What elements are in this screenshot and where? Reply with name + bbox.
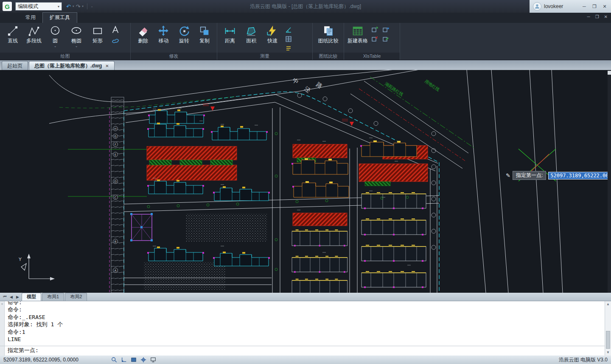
next-layout-icon[interactable]: ▶ — [14, 295, 21, 299]
window-controls: ─ ❐ ✕ — [580, 4, 609, 9]
ribbon-spacer — [400, 23, 611, 60]
rectangle-icon — [92, 25, 104, 37]
rectangle-button[interactable]: 矩形 — [87, 24, 108, 45]
copy-icon — [199, 25, 210, 37]
canvas-scrollbar-thumb[interactable] — [608, 71, 611, 75]
cyan-buildings — [147, 109, 270, 266]
site-plan-drawing: H G F E D C B A — [0, 70, 611, 293]
ribbon-group-xlstable: 新建表格 — [344, 23, 400, 60]
snap-toggle-icon[interactable] — [140, 357, 146, 363]
prev-layout-icon[interactable]: ◀ — [8, 295, 14, 299]
xlstable-tools-col2 — [380, 24, 391, 43]
mode-select[interactable]: 编辑模式 ▾ — [15, 2, 62, 11]
revision-cloud-icon[interactable] — [111, 36, 120, 45]
tab-drawing[interactable]: 总图（落上新地库轮廓）.dwg ✕ — [29, 61, 115, 70]
undo-dropdown-icon[interactable]: ▾ — [73, 5, 74, 8]
scroll-up-icon[interactable]: ▲ — [605, 301, 611, 307]
drawing-compare-button[interactable]: 图纸比较 — [315, 24, 342, 45]
dynamic-input-field[interactable]: 52097.3189,65222.0095 — [548, 172, 611, 179]
command-line-clipped: 命令: — [8, 302, 22, 306]
ellipse-dropdown-icon[interactable]: ⌄ — [75, 45, 78, 48]
status-toggles — [111, 357, 156, 363]
tab-extended-tools[interactable]: 扩展工具 — [42, 12, 77, 23]
command-history: 命令: 命令: 命令:_.ERASE 选择对象: 找到 1 个 命令:1 LIN… — [8, 302, 603, 343]
circle-button[interactable]: 圆 ⌄ — [45, 24, 66, 48]
command-panel-gutter: ✕ — [0, 301, 5, 356]
quick-measure-label: 快速 — [267, 37, 277, 45]
redo-dropdown-icon[interactable]: ▾ — [82, 5, 84, 8]
tab-layout1[interactable]: 布局1 — [42, 293, 64, 301]
rotate-button[interactable]: 旋转 — [174, 24, 194, 45]
circle-label: 圆 — [53, 37, 58, 45]
selected-building[interactable] — [130, 213, 153, 241]
move-label: 移动 — [158, 37, 168, 45]
command-line: LINE — [8, 336, 603, 343]
app-window: G 编辑模式 ▾ ↶ ▾ ↷ ▾ ⌄ 浩辰云图 电脑版 - [总图（落上新地库轮… — [0, 0, 611, 364]
group-label-measure: 测量 — [217, 53, 312, 60]
tab-layout2[interactable]: 布局2 — [65, 293, 87, 301]
tab-start-page[interactable]: 起始页 — [2, 61, 28, 70]
first-layout-icon[interactable]: ⏮ — [2, 294, 8, 299]
distance-label: 距离 — [225, 37, 235, 45]
polyline-label: 多段线 — [26, 37, 42, 45]
tab-model[interactable]: 模型 — [22, 293, 41, 301]
ellipse-button[interactable]: 椭圆 ⌄ — [66, 24, 87, 48]
measure-extra-tools — [283, 24, 294, 52]
model-space-toggle-icon[interactable] — [131, 357, 137, 363]
erase-label: 删除 — [138, 37, 148, 45]
svg-text:湖苑路红线: 湖苑路红线 — [384, 81, 404, 97]
customize-toolbar-icon[interactable]: ⌄ — [91, 5, 93, 8]
road-name-labels: 中 泾 路 — [291, 76, 324, 94]
command-scrollbar[interactable]: ▲ ▼ — [605, 301, 611, 356]
polyline-button[interactable]: 多段线 — [23, 24, 45, 45]
scrollbar-thumb[interactable] — [606, 331, 610, 349]
redo-icon[interactable]: ↷ — [76, 4, 80, 9]
undo-icon[interactable]: ↶ — [66, 4, 71, 9]
copy-button[interactable]: 复制 — [194, 24, 215, 45]
avatar[interactable] — [533, 2, 541, 11]
canvas-scrollbar[interactable] — [608, 70, 611, 293]
distance-icon — [224, 25, 236, 37]
svg-text:中: 中 — [291, 76, 300, 85]
minimize-icon[interactable]: ─ — [580, 4, 589, 9]
area-button[interactable]: 面积 — [241, 24, 262, 45]
table-export-icon[interactable] — [370, 26, 379, 34]
text-tool-icon[interactable] — [111, 25, 120, 34]
user-name[interactable]: lovokeer — [544, 3, 580, 9]
circle-dropdown-icon[interactable]: ⌄ — [54, 45, 57, 48]
close-command-icon[interactable]: ✕ — [0, 302, 4, 306]
doc-minimize-icon[interactable]: ─ — [587, 14, 590, 19]
angle-measure-icon[interactable] — [284, 26, 293, 34]
tab-close-icon[interactable]: ✕ — [105, 64, 109, 68]
svg-text:D: D — [114, 180, 116, 183]
command-line: 命令: — [8, 306, 603, 314]
maximize-icon[interactable]: ❐ — [590, 4, 599, 9]
svg-text:E: E — [115, 153, 116, 157]
doc-close-icon[interactable]: ✕ — [604, 14, 608, 19]
close-icon[interactable]: ✕ — [600, 4, 609, 9]
mode-select-value: 编辑模式 — [18, 3, 38, 10]
command-line: 命令:_.ERASE — [8, 314, 603, 321]
tab-home[interactable]: 常用 — [19, 13, 42, 23]
table-edit-icon[interactable] — [381, 35, 390, 43]
doc-restore-icon[interactable]: ❐ — [595, 14, 599, 19]
table-import-icon[interactable] — [370, 35, 379, 43]
quick-measure-button[interactable]: 快速 — [262, 24, 283, 45]
table-update-icon[interactable] — [381, 26, 390, 34]
coordinate-table-icon[interactable] — [284, 35, 293, 43]
new-table-button[interactable]: 新建表格 — [346, 24, 369, 45]
zoom-toggle-icon[interactable] — [111, 357, 117, 363]
drawing-canvas[interactable]: H G F E D C B A — [0, 70, 611, 293]
move-button[interactable]: 移动 — [153, 24, 174, 45]
measure-list-icon[interactable] — [284, 45, 293, 52]
erase-button[interactable]: 删除 — [133, 24, 153, 45]
command-input[interactable]: 指定第一点: — [8, 347, 39, 354]
svg-text:B: B — [115, 240, 117, 244]
scroll-down-icon[interactable]: ▼ — [605, 350, 611, 356]
ortho-toggle-icon[interactable] — [121, 357, 127, 363]
ribbon-tab-bar: 常用 扩展工具 ─ ❐ ✕ — [0, 13, 611, 23]
distance-button[interactable]: 距离 — [219, 24, 241, 45]
line-button[interactable]: 直线 — [2, 24, 23, 45]
fullscreen-toggle-icon[interactable] — [150, 357, 156, 363]
pencil-icon: ✎ — [506, 172, 510, 179]
